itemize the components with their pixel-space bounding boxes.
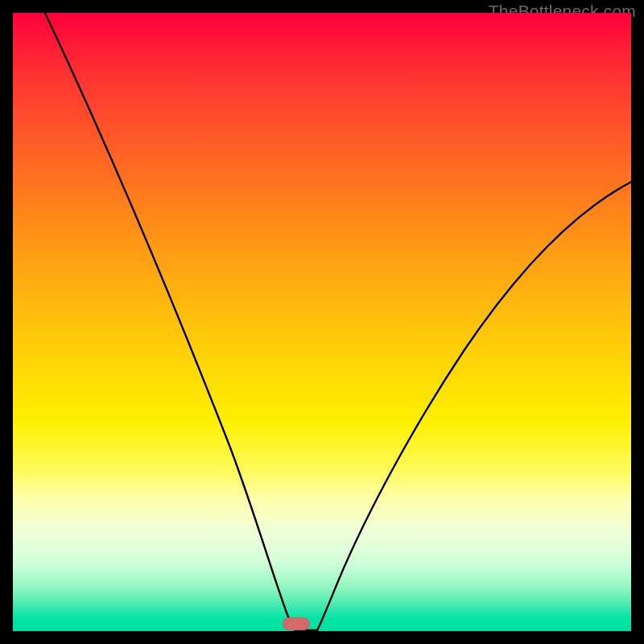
- curve-path: [45, 13, 631, 630]
- bottleneck-curve: [13, 13, 631, 631]
- plot-area: [13, 13, 631, 631]
- optimal-marker: [283, 617, 310, 630]
- chart-stage: TheBottleneck.com: [0, 0, 644, 644]
